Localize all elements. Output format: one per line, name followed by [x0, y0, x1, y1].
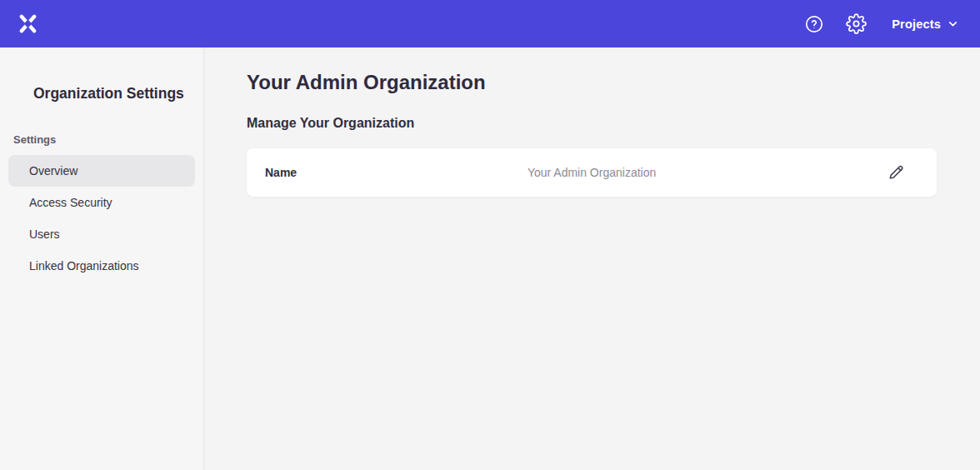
- sidebar-item-label: Linked Organizations: [29, 259, 139, 272]
- topbar-actions: Projects: [803, 13, 958, 35]
- help-icon: [804, 14, 824, 34]
- settings-button[interactable]: [845, 13, 867, 35]
- sidebar-item-access-security[interactable]: Access Security: [8, 187, 195, 218]
- section-title: Manage Your Organization: [247, 115, 937, 132]
- name-setting-card: Name Your Admin Organization: [247, 148, 937, 197]
- name-label: Name: [265, 166, 297, 179]
- sidebar-item-overview[interactable]: Overview: [8, 155, 195, 187]
- help-button[interactable]: [803, 13, 825, 35]
- pencil-icon: [888, 164, 904, 181]
- main-content: Your Admin Organization Manage Your Orga…: [204, 48, 980, 470]
- sidebar-item-label: Access Security: [29, 196, 112, 209]
- sidebar-item-users[interactable]: Users: [8, 218, 195, 250]
- projects-dropdown[interactable]: Projects: [892, 18, 958, 31]
- name-value: Your Admin Organization: [297, 166, 887, 179]
- sidebar-item-label: Users: [29, 228, 60, 241]
- sidebar: Organization Settings Settings Overview …: [0, 48, 204, 470]
- x-logo-icon: [17, 12, 39, 35]
- sidebar-item-linked-organizations[interactable]: Linked Organizations: [8, 250, 195, 282]
- projects-label: Projects: [892, 18, 941, 31]
- chevron-down-icon: [948, 18, 958, 29]
- top-navigation-bar: Projects: [0, 0, 980, 48]
- sidebar-nav: Overview Access Security Users Linked Or…: [0, 155, 203, 282]
- page-title: Your Admin Organization: [247, 70, 937, 95]
- edit-name-button[interactable]: [887, 163, 905, 182]
- sidebar-item-label: Overview: [29, 164, 78, 178]
- brand-logo[interactable]: [17, 12, 39, 35]
- page-layout: Organization Settings Settings Overview …: [0, 48, 980, 470]
- sidebar-section-label: Settings: [13, 133, 203, 147]
- sidebar-title: Organization Settings: [33, 84, 203, 102]
- gear-icon: [846, 13, 867, 34]
